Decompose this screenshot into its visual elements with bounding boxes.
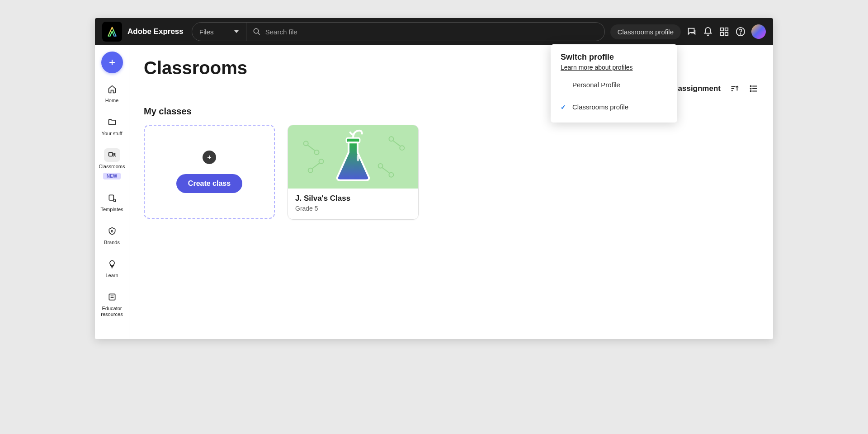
class-thumbnail bbox=[288, 125, 418, 189]
sidebar-item-label: Brands bbox=[104, 240, 120, 245]
beaker-icon bbox=[288, 125, 418, 189]
switch-profile-dropdown: Switch profile Learn more about profiles… bbox=[551, 44, 677, 123]
svg-point-43 bbox=[357, 154, 359, 161]
sidebar-item-label: Your stuff bbox=[102, 131, 123, 137]
svg-point-22 bbox=[750, 85, 751, 86]
svg-point-38 bbox=[319, 159, 324, 164]
profile-option-label: Personal Profile bbox=[572, 81, 620, 89]
topbar: Adobe Express Files Classrooms profile bbox=[95, 18, 773, 45]
profile-option-personal[interactable]: Personal Profile bbox=[561, 75, 667, 94]
check-icon: ✓ bbox=[561, 104, 568, 111]
svg-line-31 bbox=[308, 145, 315, 151]
svg-line-14 bbox=[115, 201, 116, 202]
svg-point-41 bbox=[378, 164, 383, 168]
brands-icon: B bbox=[104, 224, 120, 238]
app-window: Adobe Express Files Classrooms profile bbox=[95, 18, 773, 339]
create-class-button[interactable]: Create class bbox=[176, 174, 242, 193]
profile-option-label: Classrooms profile bbox=[572, 103, 628, 111]
help-icon[interactable] bbox=[735, 26, 746, 37]
svg-rect-3 bbox=[725, 28, 728, 31]
learn-icon bbox=[104, 257, 120, 271]
svg-rect-12 bbox=[109, 195, 113, 200]
svg-point-32 bbox=[315, 150, 319, 155]
adobe-logo-icon bbox=[106, 26, 118, 38]
sidebar-item-label: Learn bbox=[105, 273, 118, 278]
profile-option-classrooms[interactable]: ✓ Classrooms profile bbox=[561, 97, 667, 116]
svg-rect-4 bbox=[721, 33, 723, 35]
sidebar-item-educator-resources[interactable]: Educator resources bbox=[95, 288, 129, 320]
svg-rect-5 bbox=[725, 33, 728, 35]
app-title: Adobe Express bbox=[127, 27, 184, 36]
user-avatar[interactable] bbox=[751, 24, 766, 39]
sidebar-item-label: Templates bbox=[100, 207, 123, 212]
chat-icon[interactable] bbox=[686, 26, 697, 37]
create-fab-button[interactable] bbox=[101, 52, 123, 73]
svg-point-39 bbox=[389, 173, 393, 177]
svg-point-0 bbox=[254, 28, 259, 33]
sidebar: Home Your stuff Classrooms NEW Templates… bbox=[95, 45, 129, 339]
home-icon bbox=[104, 82, 120, 96]
svg-line-34 bbox=[393, 141, 400, 146]
notifications-icon[interactable] bbox=[703, 26, 713, 37]
search-scope-dropdown[interactable]: Files bbox=[192, 23, 246, 41]
sidebar-item-label: Educator resources bbox=[95, 306, 129, 317]
svg-text:B: B bbox=[111, 229, 113, 233]
class-info: J. Silva's Class Grade 5 bbox=[288, 189, 418, 219]
sort-icon[interactable] bbox=[730, 84, 740, 94]
svg-line-1 bbox=[258, 33, 260, 35]
new-badge: NEW bbox=[103, 173, 121, 179]
sidebar-item-classrooms[interactable]: Classrooms NEW bbox=[95, 146, 129, 182]
templates-icon bbox=[104, 191, 120, 205]
svg-rect-2 bbox=[721, 28, 723, 31]
create-class-card[interactable]: Create class bbox=[144, 125, 275, 219]
search-scope-label: Files bbox=[199, 28, 214, 36]
svg-rect-10 bbox=[108, 153, 112, 156]
sidebar-item-home[interactable]: Home bbox=[95, 80, 129, 106]
sidebar-item-templates[interactable]: Templates bbox=[95, 189, 129, 215]
folder-icon bbox=[104, 115, 120, 129]
svg-point-33 bbox=[389, 137, 393, 141]
adobe-logo[interactable] bbox=[102, 22, 122, 42]
dropdown-title: Switch profile bbox=[561, 52, 667, 62]
search-group: Files bbox=[192, 22, 605, 41]
svg-point-7 bbox=[740, 33, 741, 34]
plus-icon bbox=[108, 58, 117, 67]
search-area bbox=[246, 28, 604, 36]
svg-point-26 bbox=[750, 90, 751, 91]
plus-circle-icon bbox=[203, 151, 216, 164]
svg-point-35 bbox=[400, 146, 404, 150]
apps-grid-icon[interactable] bbox=[719, 26, 730, 37]
search-icon bbox=[253, 28, 261, 36]
class-card[interactable]: J. Silva's Class Grade 5 bbox=[288, 125, 419, 220]
svg-point-24 bbox=[750, 88, 751, 89]
sidebar-item-brands[interactable]: B Brands bbox=[95, 222, 129, 248]
profile-switcher-button[interactable]: Classrooms profile bbox=[610, 24, 681, 39]
sidebar-item-label: Classrooms bbox=[99, 164, 125, 170]
educator-resources-icon bbox=[104, 290, 120, 304]
svg-line-37 bbox=[312, 163, 320, 169]
sidebar-item-your-stuff[interactable]: Your stuff bbox=[95, 113, 129, 139]
svg-line-40 bbox=[382, 168, 390, 173]
svg-point-36 bbox=[308, 168, 313, 173]
sidebar-item-label: Home bbox=[105, 98, 118, 104]
search-input[interactable] bbox=[265, 28, 598, 36]
sidebar-item-learn[interactable]: Learn bbox=[95, 255, 129, 281]
classrooms-icon bbox=[104, 148, 120, 162]
classes-row: Create class bbox=[144, 125, 759, 220]
list-view-icon[interactable] bbox=[749, 84, 759, 94]
chevron-down-icon bbox=[234, 30, 239, 33]
svg-point-11 bbox=[113, 153, 115, 155]
svg-point-30 bbox=[304, 141, 308, 146]
learn-more-link[interactable]: Learn more about profiles bbox=[561, 64, 633, 71]
class-name: J. Silva's Class bbox=[295, 194, 411, 203]
class-subtitle: Grade 5 bbox=[295, 205, 411, 212]
